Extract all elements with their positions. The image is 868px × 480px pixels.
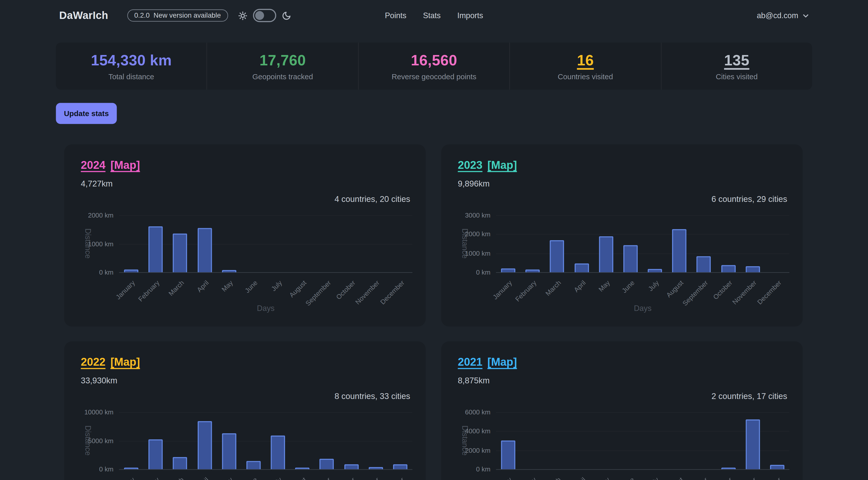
bar-slot <box>594 215 618 272</box>
bar-slot <box>339 215 364 272</box>
distance-bar <box>501 268 515 272</box>
user-menu[interactable]: ab@cd.com <box>757 0 809 31</box>
month-slot: March <box>168 276 192 301</box>
month-label: June <box>620 279 636 294</box>
stat-value: 154,330 km <box>91 52 172 69</box>
distance-bar <box>672 229 686 272</box>
distance-bar <box>222 433 236 470</box>
month-slot: March <box>545 276 569 301</box>
distance-bar <box>648 269 662 272</box>
theme-toggle[interactable] <box>253 9 276 22</box>
bar-slot <box>691 215 716 272</box>
version-number: 0.2.0 <box>134 11 150 20</box>
stat-label: Reverse geocoded points <box>392 72 476 81</box>
theme-toggle-knob <box>255 11 264 20</box>
nav-item-imports[interactable]: Imports <box>457 11 483 20</box>
month-label: May <box>597 279 612 293</box>
year-distance: 4,727km <box>81 179 113 188</box>
year-summary: 8 countries, 33 cities <box>335 391 410 401</box>
bar-slot <box>192 215 217 272</box>
month-label: March <box>544 279 562 297</box>
month-slot: May <box>594 473 618 480</box>
distance-bar <box>575 263 589 272</box>
month-slot: July <box>643 473 667 480</box>
year-link[interactable]: 2022 <box>81 356 105 369</box>
version-note: New version available <box>154 11 221 20</box>
stat-value: 16,560 <box>411 52 457 69</box>
bar-slot <box>618 215 643 272</box>
bar-slot <box>667 412 692 469</box>
month-slot: August <box>667 473 692 480</box>
gridline <box>119 469 412 470</box>
stat-value: 17,760 <box>259 52 306 69</box>
month-label: January <box>492 279 514 301</box>
month-label: August <box>665 476 685 480</box>
card-title: 2021 [Map] <box>458 356 517 369</box>
main-nav: Points Stats Imports <box>385 0 483 31</box>
bar-slot <box>315 412 339 469</box>
update-stats-button[interactable]: Update stats <box>56 103 117 124</box>
month-slot: May <box>217 473 241 480</box>
month-slot: March <box>545 473 569 480</box>
map-link[interactable]: [Map] <box>110 159 140 171</box>
y-tick-label: 1000 km <box>88 240 114 248</box>
bar-slot <box>217 412 241 469</box>
monthly-distance-chart: Distance 6000 km4000 km2000 km0 km Janua… <box>496 412 789 469</box>
x-axis-labels: JanuaryFebruaryMarchAprilMayJuneJulyAugu… <box>496 276 789 301</box>
month-slot: February <box>520 473 545 480</box>
chevron-down-icon <box>802 12 809 19</box>
month-slot: September <box>315 473 339 480</box>
month-slot: September <box>691 276 716 301</box>
header: DaWarIch 0.2.0 New version available <box>0 0 868 31</box>
distance-bar <box>173 457 187 469</box>
month-label: July <box>647 279 660 293</box>
monthly-distance-chart: Distance 2000 km1000 km0 km JanuaryFebru… <box>119 215 412 272</box>
y-tick-label: 5000 km <box>88 437 114 445</box>
year-link[interactable]: 2023 <box>458 159 483 171</box>
distance-bar <box>770 465 784 470</box>
map-link[interactable]: [Map] <box>488 159 517 171</box>
bar-slot <box>691 412 716 469</box>
y-tick-label: 1000 km <box>465 249 491 257</box>
user-email: ab@cd.com <box>757 11 798 20</box>
distance-bar <box>197 228 212 272</box>
bar-slot <box>339 412 364 469</box>
year-link[interactable]: 2021 <box>458 356 483 369</box>
year-link[interactable]: 2024 <box>81 159 105 171</box>
stat-cell: 16 Countries visited <box>509 43 661 90</box>
month-label: January <box>492 476 514 480</box>
month-slot: February <box>520 276 545 301</box>
y-tick-label: 0 km <box>476 466 491 473</box>
month-label: May <box>220 279 235 293</box>
version-badge[interactable]: 0.2.0 New version available <box>127 9 228 22</box>
stat-value[interactable]: 135 <box>724 52 749 69</box>
chart-plot: 2000 km1000 km0 km <box>119 215 412 272</box>
stat-cell: 135 Cities visited <box>661 43 812 90</box>
nav-item-points[interactable]: Points <box>385 11 406 20</box>
month-slot: June <box>618 473 643 480</box>
month-slot: December <box>765 276 789 301</box>
bar-slot <box>168 215 192 272</box>
distance-bar <box>271 436 285 470</box>
bars-row <box>496 215 789 272</box>
bars-row <box>119 215 412 272</box>
stat-value[interactable]: 16 <box>577 52 594 69</box>
month-label: May <box>597 476 612 480</box>
nav-item-stats[interactable]: Stats <box>423 11 441 20</box>
bar-slot <box>241 412 266 469</box>
stats-bar: 154,330 km Total distance 17,760 Geopoin… <box>56 43 812 90</box>
month-slot: December <box>388 276 412 301</box>
distance-bar <box>746 419 760 469</box>
map-link[interactable]: [Map] <box>110 356 140 369</box>
bar-slot <box>315 215 339 272</box>
bar-slot <box>545 412 569 469</box>
map-link[interactable]: [Map] <box>488 356 517 369</box>
year-summary: 6 countries, 29 cities <box>711 194 787 204</box>
year-card: 2022 [Map] 33,930km 8 countries, 33 citi… <box>64 342 426 480</box>
month-label: January <box>115 476 137 480</box>
stat-label: Cities visited <box>716 72 758 81</box>
distance-bar <box>149 439 163 469</box>
app-logo[interactable]: DaWarIch <box>59 9 108 22</box>
month-slot: February <box>144 473 168 480</box>
distance-bar <box>173 233 187 272</box>
